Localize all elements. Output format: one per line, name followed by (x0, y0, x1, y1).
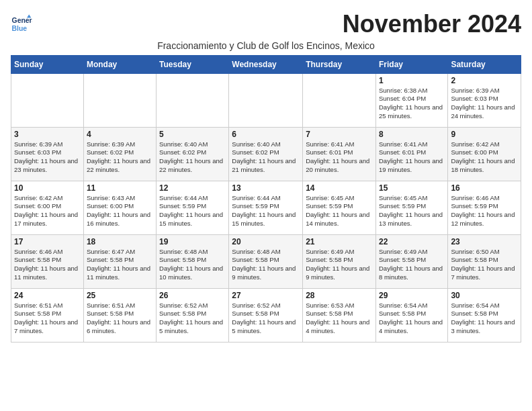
day-cell: 17Sunrise: 6:46 AM Sunset: 5:58 PM Dayli… (11, 234, 84, 288)
day-cell: 7Sunrise: 6:41 AM Sunset: 6:01 PM Daylig… (303, 127, 376, 181)
logo-icon: General Blue (11, 13, 32, 35)
day-cell: 30Sunrise: 6:54 AM Sunset: 5:58 PM Dayli… (448, 288, 521, 342)
day-number: 24 (14, 291, 81, 300)
svg-text:General: General (12, 17, 32, 24)
day-cell: 18Sunrise: 6:47 AM Sunset: 5:58 PM Dayli… (83, 234, 156, 288)
day-info: Sunrise: 6:38 AM Sunset: 6:04 PM Dayligh… (379, 87, 445, 121)
day-cell (157, 73, 229, 127)
day-number: 30 (451, 291, 518, 300)
day-number: 21 (306, 237, 373, 246)
day-number: 29 (379, 291, 445, 300)
day-number: 27 (232, 291, 300, 300)
day-info: Sunrise: 6:42 AM Sunset: 6:00 PM Dayligh… (451, 140, 518, 175)
header-day-friday: Friday (375, 55, 447, 73)
day-info: Sunrise: 6:52 AM Sunset: 5:58 PM Dayligh… (159, 302, 226, 336)
day-number: 2 (451, 76, 518, 85)
calendar-table: SundayMondayTuesdayWednesdayThursdayFrid… (11, 55, 521, 342)
day-number: 11 (87, 183, 153, 193)
day-cell: 16Sunrise: 6:46 AM Sunset: 5:59 PM Dayli… (448, 181, 521, 234)
day-cell: 24Sunrise: 6:51 AM Sunset: 5:58 PM Dayli… (11, 288, 84, 342)
day-number: 17 (14, 237, 81, 246)
day-number: 15 (379, 183, 445, 193)
day-info: Sunrise: 6:39 AM Sunset: 6:02 PM Dayligh… (87, 140, 153, 175)
subtitle: Fraccionamiento y Club de Golf los Encin… (11, 40, 521, 51)
day-info: Sunrise: 6:40 AM Sunset: 6:02 PM Dayligh… (159, 140, 226, 175)
day-info: Sunrise: 6:39 AM Sunset: 6:03 PM Dayligh… (14, 140, 81, 175)
week-row-1: 3Sunrise: 6:39 AM Sunset: 6:03 PM Daylig… (11, 127, 521, 181)
header-day-sunday: Sunday (11, 55, 84, 73)
day-cell: 29Sunrise: 6:54 AM Sunset: 5:58 PM Dayli… (375, 288, 447, 342)
day-info: Sunrise: 6:53 AM Sunset: 5:58 PM Dayligh… (306, 302, 373, 336)
day-number: 20 (232, 237, 300, 246)
calendar-header: SundayMondayTuesdayWednesdayThursdayFrid… (11, 55, 521, 73)
week-row-4: 24Sunrise: 6:51 AM Sunset: 5:58 PM Dayli… (11, 288, 521, 342)
day-number: 6 (232, 130, 300, 139)
day-info: Sunrise: 6:49 AM Sunset: 5:58 PM Dayligh… (379, 248, 445, 282)
day-cell: 13Sunrise: 6:44 AM Sunset: 5:59 PM Dayli… (229, 181, 303, 234)
day-cell: 12Sunrise: 6:44 AM Sunset: 5:59 PM Dayli… (157, 181, 229, 234)
day-cell: 8Sunrise: 6:41 AM Sunset: 6:01 PM Daylig… (375, 127, 447, 181)
logo: General Blue (11, 13, 35, 35)
day-number: 16 (451, 183, 518, 193)
day-info: Sunrise: 6:54 AM Sunset: 5:58 PM Dayligh… (451, 302, 518, 336)
day-cell: 23Sunrise: 6:50 AM Sunset: 5:58 PM Dayli… (448, 234, 521, 288)
day-info: Sunrise: 6:45 AM Sunset: 5:59 PM Dayligh… (306, 194, 373, 228)
day-number: 12 (159, 183, 226, 193)
day-info: Sunrise: 6:42 AM Sunset: 6:00 PM Dayligh… (14, 194, 81, 228)
day-number: 22 (379, 237, 445, 246)
day-info: Sunrise: 6:43 AM Sunset: 6:00 PM Dayligh… (87, 194, 153, 228)
day-cell: 25Sunrise: 6:51 AM Sunset: 5:58 PM Dayli… (83, 288, 156, 342)
day-number: 14 (306, 183, 373, 193)
day-cell (83, 73, 156, 127)
day-info: Sunrise: 6:51 AM Sunset: 5:58 PM Dayligh… (14, 302, 81, 336)
day-number: 19 (159, 237, 226, 246)
day-cell (11, 73, 84, 127)
day-info: Sunrise: 6:46 AM Sunset: 5:58 PM Dayligh… (14, 248, 81, 282)
day-info: Sunrise: 6:41 AM Sunset: 6:01 PM Dayligh… (306, 140, 373, 175)
header-day-monday: Monday (83, 55, 156, 73)
day-number: 23 (451, 237, 518, 246)
day-cell: 20Sunrise: 6:48 AM Sunset: 5:58 PM Dayli… (229, 234, 303, 288)
calendar-body: 1Sunrise: 6:38 AM Sunset: 6:04 PM Daylig… (11, 73, 521, 342)
day-number: 13 (232, 183, 300, 193)
day-cell: 9Sunrise: 6:42 AM Sunset: 6:00 PM Daylig… (448, 127, 521, 181)
title-area: November 2024 (343, 11, 521, 38)
header-row: SundayMondayTuesdayWednesdayThursdayFrid… (11, 55, 521, 73)
month-title: November 2024 (343, 11, 521, 38)
header-day-tuesday: Tuesday (157, 55, 229, 73)
day-info: Sunrise: 6:44 AM Sunset: 5:59 PM Dayligh… (159, 194, 226, 228)
day-number: 9 (451, 130, 518, 139)
day-number: 28 (306, 291, 373, 300)
day-info: Sunrise: 6:48 AM Sunset: 5:58 PM Dayligh… (159, 248, 226, 282)
day-cell (303, 73, 376, 127)
day-cell: 3Sunrise: 6:39 AM Sunset: 6:03 PM Daylig… (11, 127, 84, 181)
day-cell: 14Sunrise: 6:45 AM Sunset: 5:59 PM Dayli… (303, 181, 376, 234)
day-cell: 28Sunrise: 6:53 AM Sunset: 5:58 PM Dayli… (303, 288, 376, 342)
day-cell: 15Sunrise: 6:45 AM Sunset: 5:59 PM Dayli… (375, 181, 447, 234)
day-cell: 11Sunrise: 6:43 AM Sunset: 6:00 PM Dayli… (83, 181, 156, 234)
day-cell (229, 73, 303, 127)
day-number: 4 (87, 130, 153, 139)
header-day-thursday: Thursday (303, 55, 376, 73)
day-cell: 26Sunrise: 6:52 AM Sunset: 5:58 PM Dayli… (157, 288, 229, 342)
day-number: 26 (159, 291, 226, 300)
day-number: 25 (87, 291, 153, 300)
day-number: 3 (14, 130, 81, 139)
day-info: Sunrise: 6:45 AM Sunset: 5:59 PM Dayligh… (379, 194, 445, 228)
day-number: 10 (14, 183, 81, 193)
day-cell: 22Sunrise: 6:49 AM Sunset: 5:58 PM Dayli… (375, 234, 447, 288)
header-day-saturday: Saturday (448, 55, 521, 73)
day-info: Sunrise: 6:47 AM Sunset: 5:58 PM Dayligh… (87, 248, 153, 282)
day-info: Sunrise: 6:41 AM Sunset: 6:01 PM Dayligh… (379, 140, 445, 175)
day-cell: 10Sunrise: 6:42 AM Sunset: 6:00 PM Dayli… (11, 181, 84, 234)
day-info: Sunrise: 6:46 AM Sunset: 5:59 PM Dayligh… (451, 194, 518, 228)
day-info: Sunrise: 6:40 AM Sunset: 6:02 PM Dayligh… (232, 140, 300, 175)
day-info: Sunrise: 6:48 AM Sunset: 5:58 PM Dayligh… (232, 248, 300, 282)
day-info: Sunrise: 6:52 AM Sunset: 5:58 PM Dayligh… (232, 302, 300, 336)
day-cell: 4Sunrise: 6:39 AM Sunset: 6:02 PM Daylig… (83, 127, 156, 181)
day-number: 1 (379, 76, 445, 85)
day-cell: 5Sunrise: 6:40 AM Sunset: 6:02 PM Daylig… (157, 127, 229, 181)
week-row-0: 1Sunrise: 6:38 AM Sunset: 6:04 PM Daylig… (11, 73, 521, 127)
svg-marker-2 (27, 15, 31, 18)
day-info: Sunrise: 6:39 AM Sunset: 6:03 PM Dayligh… (451, 87, 518, 121)
